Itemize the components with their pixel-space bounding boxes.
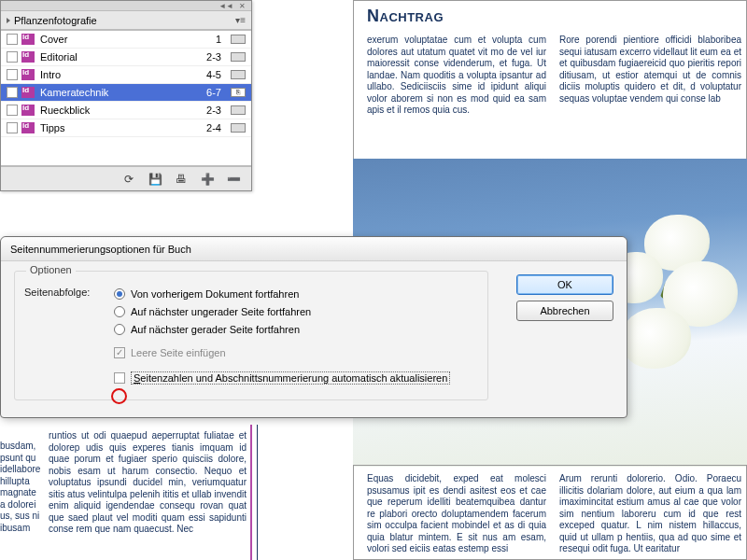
radio-icon xyxy=(114,306,125,317)
collapse-icon[interactable]: ◄◄ xyxy=(218,2,233,10)
sync-checkbox[interactable] xyxy=(7,87,18,98)
radio-continue-previous[interactable]: Von vorherigem Dokument fortfahren xyxy=(114,285,478,302)
sync-checkbox[interactable] xyxy=(7,51,18,63)
sync-icon[interactable]: ⟳ xyxy=(122,174,135,185)
add-icon[interactable]: ➕ xyxy=(201,174,214,185)
group-label: Optionen xyxy=(26,264,76,275)
page-spread: Nachtrag exerum voluptatae cum et volupt… xyxy=(353,0,747,166)
margin-guide xyxy=(257,425,258,560)
options-group: Optionen Seitenabfolge: Von vorherigem D… xyxy=(14,271,488,400)
list-item[interactable]: Intro4-5 xyxy=(1,66,251,84)
page-spread: Equas dicidebit, exped eat molesci psusa… xyxy=(353,465,747,560)
sync-checkbox[interactable] xyxy=(7,105,18,116)
radio-next-even[interactable]: Auf nächster gerader Seite fortfahren xyxy=(114,320,478,338)
panel-menu-icon[interactable]: ▾≡ xyxy=(235,15,246,25)
radio-icon xyxy=(114,324,125,335)
list-item-selected[interactable]: Kameratechnik6-7⎘ xyxy=(1,84,251,102)
text-column: Rore porendi pientiore officidi blaborib… xyxy=(559,35,741,156)
text-column: busdam, psunt qu idellabore hillupta mag… xyxy=(0,441,45,560)
spread-icon xyxy=(231,105,246,115)
page-numbering-dialog: Seitennummerierungsoptionen für Buch Opt… xyxy=(0,236,627,418)
text-column: Arum rerunti dolorerio. Odio. Poraecu il… xyxy=(559,473,741,557)
cancel-button[interactable]: Abbrechen xyxy=(516,301,613,321)
text-column: runtios ut odi quaepud aeperruptat fulia… xyxy=(49,430,247,560)
indesign-doc-icon xyxy=(21,122,35,133)
indesign-doc-icon xyxy=(21,51,35,63)
print-icon[interactable]: 🖶 xyxy=(175,174,188,185)
list-item[interactable]: Cover1 xyxy=(1,31,251,49)
sync-checkbox[interactable] xyxy=(7,34,18,45)
list-item[interactable]: Rueckblick2-3 xyxy=(1,102,251,119)
list-item[interactable]: Tipps2-4 xyxy=(1,119,251,137)
checkbox-icon xyxy=(114,347,125,358)
save-icon[interactable]: 💾 xyxy=(148,174,162,185)
radio-icon xyxy=(114,288,125,300)
indesign-doc-icon xyxy=(21,87,35,98)
close-icon[interactable]: ✕ xyxy=(239,2,246,10)
annotation-circle xyxy=(111,388,127,404)
dialog-titlebar[interactable]: Seitennummerierungsoptionen für Buch xyxy=(1,237,627,261)
spread-icon xyxy=(231,70,246,79)
checkbox-auto-update[interactable]: Seitenzahlen und Abschnittsnummerierung … xyxy=(114,369,478,386)
page-order-label: Seitenabfolge: xyxy=(24,285,114,338)
checkbox-insert-blank: Leere Seite einfügen xyxy=(114,343,478,361)
indesign-doc-icon xyxy=(21,69,35,80)
panel-controls: ◄◄ ✕ xyxy=(1,1,251,11)
spread-icon xyxy=(231,123,246,133)
open-doc-icon: ⎘ xyxy=(231,88,246,97)
text-column: exerum voluptatae cum et volupta cum dol… xyxy=(367,35,546,156)
spread-icon xyxy=(231,52,246,62)
panel-tab[interactable]: Pflanzenfotografie ▾≡ xyxy=(1,11,251,30)
book-panel: ◄◄ ✕ Pflanzenfotografie ▾≡ Cover1 Editor… xyxy=(0,0,252,191)
text-column: Equas dicidebit, exped eat molesci psusa… xyxy=(367,473,546,557)
sync-checkbox[interactable] xyxy=(7,122,18,133)
book-document-list: Cover1 Editorial2-3 Intro4-5 Kameratechn… xyxy=(1,30,251,166)
panel-title: Pflanzenfotografie xyxy=(14,15,97,26)
sync-checkbox[interactable] xyxy=(7,69,18,80)
spread-icon xyxy=(231,35,246,44)
page-heading: Nachtrag xyxy=(367,7,444,26)
indesign-doc-icon xyxy=(21,105,35,116)
remove-icon[interactable]: ➖ xyxy=(227,174,240,185)
checkbox-icon xyxy=(114,372,125,384)
ok-button[interactable]: OK xyxy=(516,274,613,295)
list-item[interactable]: Editorial2-3 xyxy=(1,49,251,66)
panel-footer: ⟳ 💾 🖶 ➕ ➖ xyxy=(1,166,251,190)
margin-guide xyxy=(250,425,252,560)
radio-next-odd[interactable]: Auf nächster ungerader Seite fortfahren xyxy=(114,302,478,320)
dialog-title: Seitennummerierungsoptionen für Buch xyxy=(10,244,191,255)
indesign-doc-icon xyxy=(21,34,35,45)
